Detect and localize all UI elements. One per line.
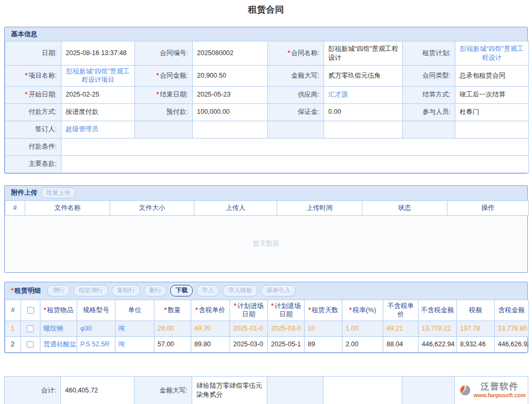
- required-asterisk: *: [288, 49, 290, 57]
- cell-amount-ex-tax: 446,622.94: [419, 336, 457, 352]
- field-label: 日期:: [5, 41, 61, 66]
- field-label: 结算方式:: [403, 86, 455, 103]
- field-value-text: 彭祖新城“四馆”景观工程设计: [328, 45, 398, 61]
- field-value-text: 20,900.50: [197, 72, 226, 79]
- field-value-link[interactable]: 彭祖新城“四馆”景观工程设计: [460, 45, 524, 61]
- field-label: [268, 121, 324, 138]
- detail-column-header: 规格型号: [77, 300, 116, 321]
- detail-column-header: 不含税金额: [419, 300, 457, 321]
- field-label: 付款条件:: [5, 138, 61, 155]
- basic-info-row: *开始日期:2025-02-25*结束日期:2025-05-23供应商:汇才源结…: [5, 86, 529, 103]
- field-label: 租赁计划:: [403, 41, 455, 66]
- toolbar-button-下载[interactable]: 下载: [170, 285, 193, 296]
- field-value[interactable]: 超级管理员: [61, 121, 135, 138]
- summary-table: 合计: 460,405.72 金额大写: 肆拾陆万零肆佰零伍元柒角贰分 泛普软件…: [4, 376, 528, 404]
- cell-unit-price: 89.80: [191, 336, 230, 352]
- toolbar-button-删行[interactable]: 删行: [144, 285, 166, 296]
- summary-empty-label-2: [402, 376, 455, 404]
- cell-item[interactable]: 螺纹钢: [40, 321, 77, 336]
- detail-column-header: *租赁物品: [40, 300, 77, 321]
- summary-empty-value-1: [324, 376, 402, 404]
- field-value[interactable]: 彭祖新城“四馆”景观工程设计: [455, 41, 529, 66]
- toolbar-button-复制行[interactable]: 复制行: [112, 285, 141, 296]
- select-all-checkbox[interactable]: [27, 307, 34, 314]
- toolbar-button-导入[interactable]: 导入: [196, 285, 219, 296]
- field-value-text: 总承包租赁合同: [460, 72, 506, 79]
- detail-column-header: *计划进场日期: [230, 300, 268, 321]
- field-value: 竣工后一次结算: [455, 86, 529, 103]
- cell-tax-rate: 1.00: [342, 321, 383, 336]
- field-value: 彭祖新城“四馆”景观工程设计: [324, 41, 403, 66]
- field-value: 20,900.50: [193, 66, 268, 87]
- toolbar-button-源单引入[interactable]: 源单引入: [261, 285, 296, 296]
- detail-column-header: 含税金额: [495, 300, 529, 321]
- lease-detail-toolbar: 增行指定增行复制行删行下载导入导入模板源单引入: [44, 285, 296, 296]
- field-value[interactable]: 彭祖新城“四馆”景观工程设计项目: [61, 66, 135, 87]
- vendor-logo-text: 泛普软件 www.fanpusoft.com: [474, 382, 526, 398]
- field-label-text: 租赁计划:: [423, 49, 451, 57]
- cell-unit: 吨: [116, 336, 154, 352]
- field-value: 2025-08-16 13:37:48: [61, 41, 135, 66]
- batch-upload-button[interactable]: 批量上传: [41, 187, 76, 199]
- field-value-text: 0.00: [328, 108, 341, 115]
- field-value[interactable]: 汇才源: [324, 86, 403, 103]
- field-label-text: 合同编号:: [160, 49, 188, 57]
- field-value: 100,000.00: [193, 103, 268, 121]
- toolbar-button-增行[interactable]: 增行: [47, 285, 70, 296]
- attachments-column-header: 上传时间: [277, 200, 362, 215]
- field-value: 2025080002: [193, 41, 268, 66]
- required-asterisk: *: [157, 91, 159, 98]
- toolbar-button-导入模板[interactable]: 导入模板: [223, 285, 257, 296]
- row-select-cell: [21, 321, 40, 336]
- row-checkbox[interactable]: [27, 341, 34, 348]
- lease-detail-header: * 租赁明细 增行指定增行复制行删行下载导入导入模板源单引入: [5, 282, 527, 300]
- field-value-text: 2025-02-25: [66, 91, 99, 98]
- row-index: 2: [5, 336, 21, 352]
- field-label-text: 主要条款:: [29, 160, 57, 167]
- field-label: 供应商:: [268, 86, 324, 103]
- required-asterisk: *: [195, 306, 198, 314]
- cell-unit-price: 49.70: [191, 321, 230, 336]
- summary-empty-label-1: [267, 376, 324, 404]
- field-value-link[interactable]: 汇才源: [328, 91, 348, 98]
- required-asterisk: *: [25, 91, 28, 98]
- required-asterisk: *: [164, 306, 167, 314]
- attachments-header: 附件上传 批量上传: [5, 186, 527, 200]
- cell-plan-out: 2025-05-1: [268, 336, 305, 352]
- field-label-text: 付款条件:: [29, 143, 57, 150]
- cell-plan-in: 2025-03-0: [230, 336, 268, 352]
- cell-tax: 137.78: [457, 321, 495, 336]
- toolbar-button-指定增行[interactable]: 指定增行: [74, 285, 108, 296]
- required-asterisk: *: [271, 302, 274, 310]
- attachments-column-header: #: [5, 200, 25, 215]
- field-label: 预付款:: [135, 103, 193, 121]
- attachments-column-header: 状态: [362, 200, 447, 215]
- row-checkbox[interactable]: [27, 325, 34, 332]
- cell-days: 89: [305, 336, 342, 352]
- row-index: 1: [5, 321, 21, 336]
- field-label: 合同编号:: [135, 41, 193, 66]
- cell-price-ex-tax: 88.04: [383, 336, 419, 352]
- field-value-text: 按进度付款: [66, 108, 99, 115]
- field-value: [455, 121, 529, 138]
- cell-amount-inc-tax: 13,778.80: [495, 321, 529, 336]
- field-value-link[interactable]: 超级管理员: [66, 125, 99, 133]
- basic-info-header: 基本信息: [5, 27, 527, 41]
- cell-item[interactable]: 普通硅酸盐: [40, 336, 77, 352]
- field-label: [135, 121, 193, 138]
- field-value: 2025-02-25: [61, 86, 135, 103]
- field-label-text: 结束日期:: [160, 91, 188, 98]
- field-value-link[interactable]: 彭祖新城“四馆”景观工程设计项目: [66, 68, 130, 83]
- cell-days: 10: [305, 321, 342, 336]
- summary-logo-cell: 泛普软件 www.fanpusoft.com: [455, 376, 528, 404]
- field-label: *开始日期:: [5, 86, 61, 103]
- attachments-column-header: 操作: [447, 200, 529, 215]
- attachments-section: 附件上传 批量上传 #文件名称文件大小上传人上传时间状态操作 暂无数据: [4, 185, 528, 273]
- field-value: [193, 121, 268, 138]
- field-label: *项目名称:: [5, 66, 61, 87]
- attachments-table: #文件名称文件大小上传人上传时间状态操作: [5, 200, 529, 216]
- cell-plan-out: 2025-03-0: [268, 321, 305, 336]
- required-asterisk: *: [234, 302, 236, 310]
- attachments-title: 附件上传: [11, 188, 37, 197]
- basic-info-row: *项目名称:彭祖新城“四馆”景观工程设计项目*合同金额:20,900.50金额大…: [5, 66, 529, 87]
